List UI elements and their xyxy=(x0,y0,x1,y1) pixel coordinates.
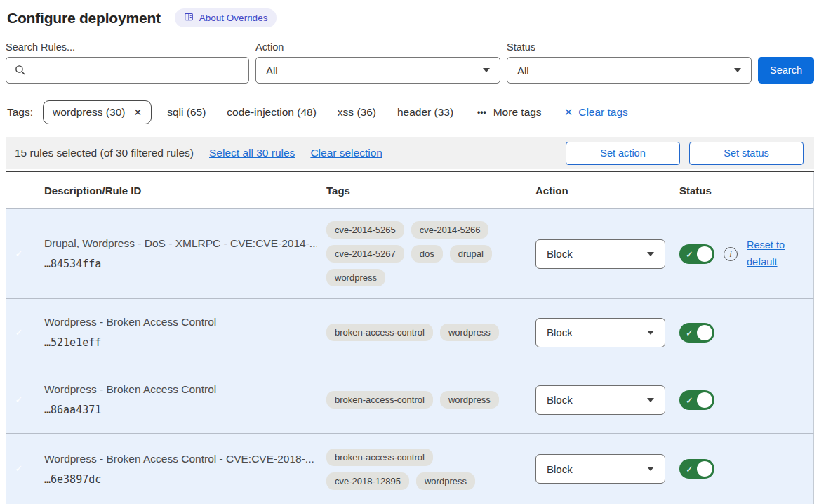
action-filter-label: Action xyxy=(255,41,500,53)
rule-action-select[interactable]: Block xyxy=(535,385,665,415)
rule-action-value: Block xyxy=(547,326,573,338)
rule-tag: wordpress xyxy=(440,391,499,409)
rule-tag: cve-2018-12895 xyxy=(326,472,409,490)
page-title: Configure deployment xyxy=(7,10,161,27)
col-status: Status xyxy=(679,185,813,197)
table-row: ✓ Wordpress - Broken Access Control …86a… xyxy=(6,366,814,433)
set-action-button[interactable]: Set action xyxy=(566,142,680,165)
rules-table: Description/Rule ID Tags Action Status ✓… xyxy=(6,171,814,504)
tags-label: Tags: xyxy=(7,106,33,119)
rule-action-value: Block xyxy=(547,394,573,406)
table-row: ✓ Wordpress - Broken Access Control - CV… xyxy=(6,433,814,504)
configure-deployment-page: Configure deployment About Overrides Sea… xyxy=(0,0,819,504)
ellipsis-icon: ••• xyxy=(477,107,486,117)
clear-tags-link[interactable]: ✕ Clear tags xyxy=(564,106,628,119)
rule-id: …86aa4371 xyxy=(44,404,317,416)
table-row: ✓ Wordpress - Broken Access Control …521… xyxy=(6,298,814,366)
search-icon xyxy=(14,64,26,79)
tag-header[interactable]: header (33) xyxy=(397,106,453,119)
status-toggle[interactable]: ✓ xyxy=(679,244,714,264)
status-toggle[interactable]: ✓ xyxy=(679,459,714,479)
titlebar: Configure deployment About Overrides xyxy=(7,8,814,27)
selected-tag-label: wordpress (30) xyxy=(53,106,125,119)
rule-action-select[interactable]: Block xyxy=(535,318,665,347)
rule-id: …6e3897dc xyxy=(44,473,317,486)
rule-tag: broken-access-control xyxy=(326,391,433,409)
col-action: Action xyxy=(535,185,679,197)
search-rules-label: Search Rules... xyxy=(6,41,249,53)
filters-row: Search Rules... Action All Status All Se… xyxy=(6,41,814,84)
chevron-down-icon xyxy=(647,467,654,471)
book-icon xyxy=(184,12,194,24)
rule-action-select[interactable]: Block xyxy=(535,239,665,269)
rule-description: Wordpress - Broken Access Control xyxy=(44,383,317,396)
selection-summary: 15 rules selected (of 30 filtered rules) xyxy=(15,147,194,159)
status-filter-select[interactable]: All xyxy=(507,57,752,84)
toggle-knob xyxy=(697,246,712,262)
table-header-row: Description/Rule ID Tags Action Status xyxy=(6,172,814,208)
selection-bar: 15 rules selected (of 30 filtered rules)… xyxy=(6,137,814,169)
reset-to-default-link[interactable]: Reset to default xyxy=(747,237,792,271)
search-rules-input[interactable] xyxy=(6,57,249,84)
toggle-knob xyxy=(697,392,712,408)
about-overrides-badge[interactable]: About Overrides xyxy=(175,8,277,27)
clear-icon: ✕ xyxy=(564,106,573,119)
tag-code-injection[interactable]: code-injection (48) xyxy=(227,106,317,119)
status-toggle[interactable]: ✓ xyxy=(679,323,714,343)
action-filter-value: All xyxy=(266,65,278,77)
table-row: ✓ Drupal, Wordpress - DoS - XMLRPC - CVE… xyxy=(6,208,814,298)
indeterminate-icon xyxy=(22,190,29,192)
check-icon: ✓ xyxy=(686,327,693,338)
rule-description: Wordpress - Broken Access Control xyxy=(44,316,317,329)
clear-tags-label: Clear tags xyxy=(578,106,628,119)
rule-tag: wordpress xyxy=(416,472,475,490)
check-icon: ✓ xyxy=(686,464,693,475)
col-tags: Tags xyxy=(326,185,535,197)
search-button[interactable]: Search xyxy=(758,57,814,84)
info-icon[interactable]: i xyxy=(724,247,738,261)
rule-description: Drupal, Wordpress - DoS - XMLRPC - CVE:C… xyxy=(44,237,317,250)
rule-tag: broken-access-control xyxy=(326,449,433,466)
toggle-knob xyxy=(697,461,712,477)
tag-xss[interactable]: xss (36) xyxy=(338,106,376,119)
rule-description: Wordpress - Broken Access Control - CVE:… xyxy=(44,453,317,465)
clear-selection-link[interactable]: Clear selection xyxy=(310,147,382,159)
rule-tag: cve-2014-5265 xyxy=(326,221,404,239)
selected-tag-wordpress[interactable]: wordpress (30) ✕ xyxy=(43,100,152,124)
chevron-down-icon xyxy=(647,398,654,402)
rule-tag: wordpress xyxy=(326,269,385,286)
more-tags-button[interactable]: ••• More tags xyxy=(477,106,542,119)
tag-sqli[interactable]: sqli (65) xyxy=(167,106,206,119)
status-filter-value: All xyxy=(517,65,529,77)
rule-id: …84534ffa xyxy=(44,258,317,270)
rule-tag: cve-2014-5267 xyxy=(326,245,404,263)
rule-action-select[interactable]: Block xyxy=(535,454,665,484)
tags-bar: Tags: wordpress (30) ✕ sqli (65) code-in… xyxy=(7,100,814,124)
chevron-down-icon xyxy=(647,252,654,256)
rule-id: …521e1eff xyxy=(44,336,317,349)
col-description: Description/Rule ID xyxy=(44,185,326,197)
chevron-down-icon xyxy=(483,68,490,72)
rule-tag: dos xyxy=(411,245,443,263)
rule-tag: broken-access-control xyxy=(326,324,433,341)
rule-tag: wordpress xyxy=(440,324,499,341)
about-overrides-label: About Overrides xyxy=(199,13,268,23)
status-filter-label: Status xyxy=(507,41,752,53)
check-icon: ✓ xyxy=(686,248,693,259)
select-all-link[interactable]: Select all 30 rules xyxy=(209,147,295,159)
rule-action-value: Block xyxy=(547,248,573,260)
more-tags-label: More tags xyxy=(493,106,542,119)
check-icon: ✓ xyxy=(686,394,693,405)
rule-action-value: Block xyxy=(547,463,573,475)
remove-tag-icon[interactable]: ✕ xyxy=(133,107,142,118)
rule-tag: cve-2014-5266 xyxy=(411,221,489,239)
action-filter-select[interactable]: All xyxy=(255,57,500,84)
set-status-button[interactable]: Set status xyxy=(689,142,804,165)
chevron-down-icon xyxy=(647,331,654,335)
rule-tag: drupal xyxy=(450,245,492,263)
toggle-knob xyxy=(697,325,712,340)
status-toggle[interactable]: ✓ xyxy=(679,390,714,410)
chevron-down-icon xyxy=(734,68,741,72)
